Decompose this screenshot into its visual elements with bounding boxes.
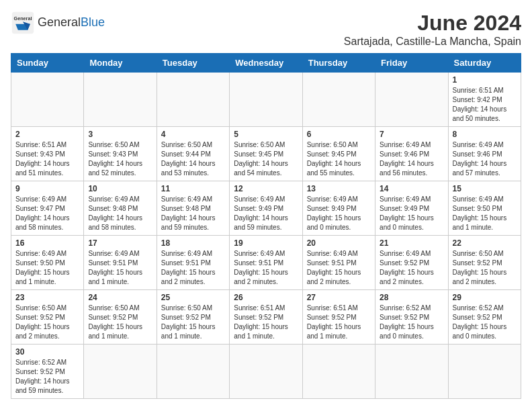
calendar-cell: 26Sunrise: 6:51 AMSunset: 9:52 PMDayligh…	[230, 290, 302, 345]
calendar-cell	[230, 345, 302, 399]
calendar-cell	[375, 345, 448, 399]
day-info: Sunrise: 6:51 AMSunset: 9:52 PMDaylight:…	[234, 304, 298, 341]
col-thursday: Thursday	[302, 54, 375, 73]
main-title: June 2024	[344, 11, 521, 36]
calendar-cell: 10Sunrise: 6:49 AMSunset: 9:48 PMDayligh…	[84, 181, 157, 236]
day-info: Sunrise: 6:50 AMSunset: 9:45 PMDaylight:…	[234, 140, 298, 178]
calendar-cell: 1Sunrise: 6:51 AMSunset: 9:42 PMDaylight…	[448, 73, 521, 127]
day-info: Sunrise: 6:49 AMSunset: 9:48 PMDaylight:…	[161, 195, 225, 232]
day-number: 28	[380, 293, 443, 302]
day-number: 30	[15, 347, 79, 357]
day-number: 26	[234, 293, 298, 302]
day-number: 4	[161, 130, 225, 139]
calendar-cell: 17Sunrise: 6:49 AMSunset: 9:51 PMDayligh…	[84, 236, 157, 290]
day-info: Sunrise: 6:52 AMSunset: 9:52 PMDaylight:…	[380, 304, 443, 341]
calendar-cell	[157, 345, 229, 399]
calendar-body: 1Sunrise: 6:51 AMSunset: 9:42 PMDaylight…	[11, 73, 521, 399]
calendar-cell: 11Sunrise: 6:49 AMSunset: 9:48 PMDayligh…	[157, 181, 229, 236]
day-number: 5	[234, 130, 298, 139]
day-info: Sunrise: 6:50 AMSunset: 9:45 PMDaylight:…	[307, 140, 371, 178]
day-info: Sunrise: 6:49 AMSunset: 9:46 PMDaylight:…	[453, 140, 517, 178]
day-info: Sunrise: 6:52 AMSunset: 9:52 PMDaylight:…	[453, 304, 517, 341]
calendar-cell: 12Sunrise: 6:49 AMSunset: 9:49 PMDayligh…	[230, 181, 302, 236]
calendar-cell: 27Sunrise: 6:51 AMSunset: 9:52 PMDayligh…	[302, 290, 375, 345]
day-info: Sunrise: 6:50 AMSunset: 9:52 PMDaylight:…	[453, 249, 517, 287]
calendar-cell: 2Sunrise: 6:51 AMSunset: 9:43 PMDaylight…	[11, 127, 84, 181]
day-number: 9	[15, 184, 79, 193]
day-number: 1	[453, 75, 517, 85]
day-info: Sunrise: 6:51 AMSunset: 9:43 PMDaylight:…	[15, 140, 79, 178]
logo-text: GeneralBlue	[38, 16, 105, 30]
calendar-cell	[230, 73, 302, 127]
calendar-week-5: 23Sunrise: 6:50 AMSunset: 9:52 PMDayligh…	[11, 290, 521, 345]
header: General GeneralBlue June 2024 Sartajada,…	[11, 11, 521, 48]
calendar-cell: 3Sunrise: 6:50 AMSunset: 9:43 PMDaylight…	[84, 127, 157, 181]
calendar-week-4: 16Sunrise: 6:49 AMSunset: 9:50 PMDayligh…	[11, 236, 521, 290]
calendar-cell: 9Sunrise: 6:49 AMSunset: 9:47 PMDaylight…	[11, 181, 84, 236]
day-number: 24	[88, 293, 152, 302]
calendar-cell: 13Sunrise: 6:49 AMSunset: 9:49 PMDayligh…	[302, 181, 375, 236]
col-friday: Friday	[375, 54, 448, 73]
calendar-week-1: 1Sunrise: 6:51 AMSunset: 9:42 PMDaylight…	[11, 73, 521, 127]
page-container: General GeneralBlue June 2024 Sartajada,…	[11, 11, 521, 399]
day-number: 21	[380, 238, 443, 248]
calendar-week-2: 2Sunrise: 6:51 AMSunset: 9:43 PMDaylight…	[11, 127, 521, 181]
col-saturday: Saturday	[448, 54, 521, 73]
day-number: 2	[15, 130, 79, 139]
calendar-cell: 7Sunrise: 6:49 AMSunset: 9:46 PMDaylight…	[375, 127, 448, 181]
day-number: 18	[161, 238, 225, 248]
col-wednesday: Wednesday	[230, 54, 302, 73]
day-info: Sunrise: 6:52 AMSunset: 9:52 PMDaylight:…	[15, 358, 79, 396]
svg-text:General: General	[14, 15, 32, 21]
calendar-cell: 30Sunrise: 6:52 AMSunset: 9:52 PMDayligh…	[11, 345, 84, 399]
calendar-cell: 15Sunrise: 6:49 AMSunset: 9:50 PMDayligh…	[448, 181, 521, 236]
day-info: Sunrise: 6:49 AMSunset: 9:49 PMDaylight:…	[307, 195, 371, 232]
calendar-cell: 14Sunrise: 6:49 AMSunset: 9:49 PMDayligh…	[375, 181, 448, 236]
calendar-cell	[84, 73, 157, 127]
title-area: June 2024 Sartajada, Castille-La Mancha,…	[344, 11, 521, 48]
day-info: Sunrise: 6:50 AMSunset: 9:43 PMDaylight:…	[88, 140, 152, 178]
day-number: 16	[15, 238, 79, 248]
day-number: 22	[453, 238, 517, 248]
col-monday: Monday	[84, 54, 157, 73]
day-number: 6	[307, 130, 371, 139]
calendar-cell: 24Sunrise: 6:50 AMSunset: 9:52 PMDayligh…	[84, 290, 157, 345]
day-info: Sunrise: 6:49 AMSunset: 9:52 PMDaylight:…	[380, 249, 443, 287]
day-number: 20	[307, 238, 371, 248]
day-info: Sunrise: 6:49 AMSunset: 9:51 PMDaylight:…	[88, 249, 152, 287]
calendar-cell	[302, 345, 375, 399]
calendar-cell	[375, 73, 448, 127]
calendar-cell	[302, 73, 375, 127]
day-number: 7	[380, 130, 443, 139]
calendar-cell: 5Sunrise: 6:50 AMSunset: 9:45 PMDaylight…	[230, 127, 302, 181]
logo: General GeneralBlue	[11, 11, 105, 35]
day-info: Sunrise: 6:49 AMSunset: 9:49 PMDaylight:…	[380, 195, 443, 232]
day-info: Sunrise: 6:49 AMSunset: 9:46 PMDaylight:…	[380, 140, 443, 178]
day-info: Sunrise: 6:50 AMSunset: 9:52 PMDaylight:…	[161, 304, 225, 341]
calendar-cell: 18Sunrise: 6:49 AMSunset: 9:51 PMDayligh…	[157, 236, 229, 290]
calendar-cell	[11, 73, 84, 127]
day-number: 3	[88, 130, 152, 139]
day-info: Sunrise: 6:49 AMSunset: 9:50 PMDaylight:…	[15, 249, 79, 287]
calendar-cell: 25Sunrise: 6:50 AMSunset: 9:52 PMDayligh…	[157, 290, 229, 345]
calendar-cell: 29Sunrise: 6:52 AMSunset: 9:52 PMDayligh…	[448, 290, 521, 345]
calendar-cell: 22Sunrise: 6:50 AMSunset: 9:52 PMDayligh…	[448, 236, 521, 290]
calendar-week-3: 9Sunrise: 6:49 AMSunset: 9:47 PMDaylight…	[11, 181, 521, 236]
day-info: Sunrise: 6:50 AMSunset: 9:44 PMDaylight:…	[161, 140, 225, 178]
day-info: Sunrise: 6:51 AMSunset: 9:42 PMDaylight:…	[453, 86, 517, 124]
day-info: Sunrise: 6:49 AMSunset: 9:51 PMDaylight:…	[234, 249, 298, 287]
calendar-cell: 16Sunrise: 6:49 AMSunset: 9:50 PMDayligh…	[11, 236, 84, 290]
subtitle: Sartajada, Castille-La Mancha, Spain	[344, 36, 521, 48]
day-info: Sunrise: 6:49 AMSunset: 9:51 PMDaylight:…	[161, 249, 225, 287]
calendar-cell: 19Sunrise: 6:49 AMSunset: 9:51 PMDayligh…	[230, 236, 302, 290]
col-tuesday: Tuesday	[157, 54, 229, 73]
calendar-week-6: 30Sunrise: 6:52 AMSunset: 9:52 PMDayligh…	[11, 345, 521, 399]
day-number: 10	[88, 184, 152, 193]
day-number: 29	[453, 293, 517, 302]
calendar-cell	[84, 345, 157, 399]
day-number: 12	[234, 184, 298, 193]
calendar-cell: 6Sunrise: 6:50 AMSunset: 9:45 PMDaylight…	[302, 127, 375, 181]
calendar-table: Sunday Monday Tuesday Wednesday Thursday…	[11, 53, 521, 399]
day-info: Sunrise: 6:49 AMSunset: 9:48 PMDaylight:…	[88, 195, 152, 232]
day-info: Sunrise: 6:51 AMSunset: 9:52 PMDaylight:…	[307, 304, 371, 341]
